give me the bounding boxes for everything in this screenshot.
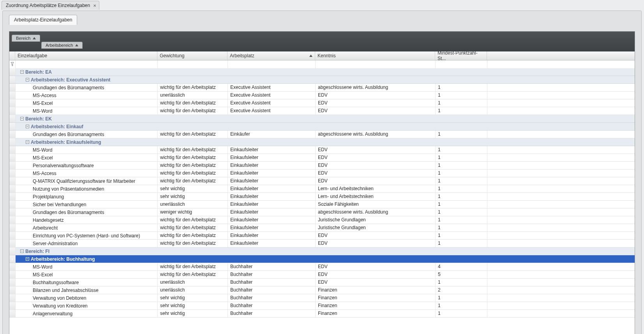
cell-gewichtung[interactable]: wichtig für den Arbeitsplatz [158,107,228,115]
cell-einzelaufgabe[interactable]: Verwaltung von Debitoren [16,294,158,302]
cell-kenntnis[interactable]: Finanzen [316,286,436,294]
collapse-icon[interactable]: − [20,70,24,74]
table-row[interactable]: BuchhaltungssoftwareunerlässlichBuchhalt… [9,279,635,286]
table-row[interactable]: Projektplanungsehr wichtigEinkaufsleiter… [9,193,635,201]
cell-arbeitsplatz[interactable]: Buchhalter [228,286,316,294]
cell-arbeitsplatz[interactable]: Einkaufsleiter [228,224,316,232]
group-row-arbeitsbereich[interactable]: ›−Arbeitsbereich: Buchhaltung [9,255,635,263]
cell-gewichtung[interactable]: wichtig für den Arbeitsplatz [158,224,228,232]
cell-einzelaufgabe[interactable]: Projektplanung [16,193,158,200]
cell-mindest-punktzahl[interactable]: 1 [436,92,487,99]
cell-mindest-punktzahl[interactable]: 1 [436,131,487,138]
outer-tab-zuordnung[interactable]: Zuordnung Arbeitsplätze Einzelaufgaben ✕ [2,1,99,10]
cell-mindest-punktzahl[interactable]: 1 [436,294,487,302]
cell-mindest-punktzahl[interactable]: 1 [436,170,487,177]
cell-arbeitsplatz[interactable]: Einkaufsleiter [228,162,316,169]
cell-kenntnis[interactable]: Lern- und Arbeitstechniken [316,185,436,193]
group-by-panel[interactable]: Bereich Arbeitsbereich [9,32,635,51]
cell-einzelaufgabe[interactable]: Nutzung von Präsentationsmedien [16,185,158,193]
cell-mindest-punktzahl[interactable]: 1 [436,216,487,224]
grid-body[interactable]: −Bereich: EA−Arbeitsbereich: Executive A… [9,68,635,334]
group-row-arbeitsbereich[interactable]: −Arbeitsbereich: Einkauf [9,123,635,131]
cell-gewichtung[interactable]: sehr wichtig [158,302,228,309]
cell-gewichtung[interactable]: unerlässlich [158,92,228,99]
cell-mindest-punktzahl[interactable]: 1 [436,193,487,200]
cell-gewichtung[interactable]: sehr wichtig [158,193,228,200]
cell-arbeitsplatz[interactable]: Buchhalter [228,302,316,309]
cell-kenntnis[interactable]: Lern- und Arbeitstechniken [316,193,436,200]
cell-mindest-punktzahl[interactable]: 1 [436,162,487,169]
cell-einzelaufgabe[interactable]: MS-Word [16,146,158,154]
cell-gewichtung[interactable]: sehr wichtig [158,294,228,302]
cell-kenntnis[interactable]: EDV [316,154,436,161]
cell-kenntnis[interactable]: Juristische Grundlagen [316,216,436,224]
cell-kenntnis[interactable]: Soziale Fähigkeiten [316,201,436,208]
cell-kenntnis[interactable]: EDV [316,271,436,278]
cell-einzelaufgabe[interactable]: Personalverwaltungssoftware [16,162,158,169]
col-header-mindest-punktzahl[interactable]: Mindest-Punktzahl-St... [435,51,487,60]
cell-gewichtung[interactable]: wichtig für den Arbeitsplatz [158,170,228,177]
cell-gewichtung[interactable]: wichtig für den Arbeitsplatz [158,162,228,169]
group-row-bereich[interactable]: −Bereich: EK [9,115,635,123]
cell-einzelaufgabe[interactable]: Bilanzen und Jahresabschlüsse [16,286,158,294]
cell-kenntnis[interactable]: EDV [316,232,436,239]
filter-einzelaufgabe[interactable] [16,60,158,68]
cell-mindest-punktzahl[interactable]: 1 [436,177,487,185]
table-row[interactable]: Bilanzen und Jahresabschlüsseunerlässlic… [9,286,635,294]
cell-kenntnis[interactable]: EDV [316,279,436,286]
table-row[interactable]: Verwaltung von Kreditorensehr wichtigBuc… [9,302,635,310]
cell-gewichtung[interactable]: wichtig für den Arbeitsplatz [158,99,228,107]
cell-kenntnis[interactable]: EDV [316,170,436,177]
cell-arbeitsplatz[interactable]: Einkaufsleiter [228,177,316,185]
cell-gewichtung[interactable]: wichtig für den Arbeitsplatz [158,232,228,239]
cell-mindest-punktzahl[interactable]: 1 [436,302,487,309]
cell-kenntnis[interactable]: Finanzen [316,302,436,309]
cell-gewichtung[interactable]: wichtig für den Arbeitsplatz [158,216,228,224]
cell-einzelaufgabe[interactable]: Verwaltung von Kreditoren [16,302,158,309]
cell-kenntnis[interactable]: abgeschlossene wirts. Ausbildung [316,84,436,91]
cell-kenntnis[interactable]: EDV [316,107,436,115]
cell-gewichtung[interactable]: unerlässlich [158,286,228,294]
cell-arbeitsplatz[interactable]: Einkaufsleiter [228,170,316,177]
cell-einzelaufgabe[interactable]: Q-MATRIX Qualifizierungssoftware für Mit… [16,177,158,185]
cell-einzelaufgabe[interactable]: MS-Access [16,92,158,99]
cell-einzelaufgabe[interactable]: Server-Administration [16,240,158,247]
cell-arbeitsplatz[interactable]: Executive Assistent [228,99,316,107]
cell-einzelaufgabe[interactable]: Grundlagen des Büromanagments [16,131,158,138]
cell-arbeitsplatz[interactable]: Executive Assistent [228,84,316,91]
cell-gewichtung[interactable]: wichtig für den Arbeitsplatz [158,240,228,247]
group-row-arbeitsbereich[interactable]: −Arbeitsbereich: Executive Assistent [9,76,635,84]
table-row[interactable]: Sicher bei VerhandlungenunerlässlichEink… [9,201,635,209]
filter-arbeitsplatz[interactable] [228,60,316,68]
table-row[interactable]: MS-Wordwichtig für den ArbeitsplatzBuchh… [9,263,635,271]
col-header-gewichtung[interactable]: Gewichtung [157,51,228,60]
cell-gewichtung[interactable]: wichtig für den Arbeitsplatz [158,263,228,270]
col-header-arbeitsplatz[interactable]: Arbeitsplatz [228,51,315,60]
cell-einzelaufgabe[interactable]: MS-Excel [16,271,158,278]
collapse-icon[interactable]: − [20,117,24,120]
cell-einzelaufgabe[interactable]: MS-Excel [16,99,158,107]
table-row[interactable]: MS-Wordwichtig für den ArbeitsplatzExecu… [9,107,635,115]
table-row[interactable]: MS-Accesswichtig für den ArbeitsplatzEin… [9,170,635,177]
cell-kenntnis[interactable]: EDV [316,99,436,107]
cell-mindest-punktzahl[interactable]: 1 [436,224,487,232]
cell-gewichtung[interactable]: weniger wichtig [158,209,228,216]
cell-arbeitsplatz[interactable]: Einkaufsleiter [228,216,316,224]
cell-einzelaufgabe[interactable]: MS-Access [16,170,158,177]
cell-gewichtung[interactable]: wichtig für den Arbeitsplatz [158,177,228,185]
tab-arbeitsplatz-einzelaufgaben[interactable]: Arbeitsplatz-Einzelaufgaben [9,15,77,25]
col-header-kenntnis[interactable]: Kenntnis [315,51,435,60]
cell-kenntnis[interactable]: Juristische Grundlagen [316,224,436,232]
cell-mindest-punktzahl[interactable]: 1 [436,209,487,216]
group-chip-arbeitsbereich[interactable]: Arbeitsbereich [41,42,83,49]
cell-mindest-punktzahl[interactable]: 1 [436,240,487,247]
cell-mindest-punktzahl[interactable]: 1 [436,185,487,193]
filter-icon[interactable] [9,60,16,68]
cell-kenntnis[interactable]: EDV [316,240,436,247]
table-row[interactable]: Server-Administrationwichtig für den Arb… [9,240,635,247]
cell-arbeitsplatz[interactable]: Einkaufsleiter [228,185,316,193]
table-row[interactable]: Anlagenverwaltungsehr wichtigBuchhalterF… [9,310,635,318]
table-row[interactable]: Einrichtung von PC-Systemen (Hard- und S… [9,232,635,240]
table-row[interactable]: MS-Excelwichtig für den ArbeitsplatzExec… [9,99,635,107]
group-row-arbeitsbereich[interactable]: −Arbeitsbereich: Einkaufsleitung [9,138,635,146]
